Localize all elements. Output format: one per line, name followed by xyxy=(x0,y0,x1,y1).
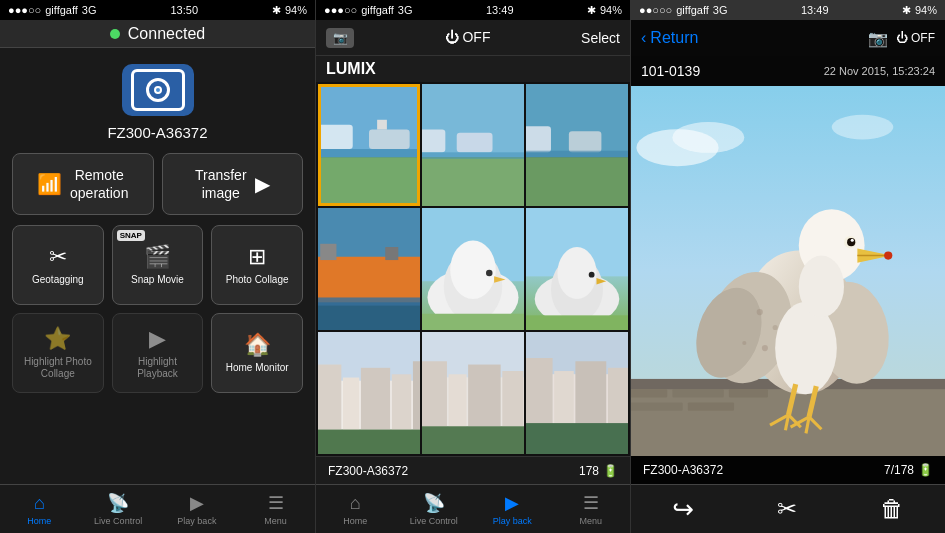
photo-cell-4[interactable] xyxy=(318,208,420,330)
svg-rect-13 xyxy=(526,157,628,206)
seagull-image xyxy=(631,86,945,456)
highlight-playback-button[interactable]: ▶ Highlight Playback xyxy=(112,313,204,393)
p2-playback-icon: ▶ xyxy=(505,492,519,514)
action-buttons: 📶 Remoteoperation Transferimage ▶ xyxy=(0,153,315,215)
tab-playback[interactable]: ▶ Play back xyxy=(158,485,237,533)
battery-label: 94% xyxy=(285,4,307,16)
camera-lens xyxy=(154,86,162,94)
snap-icon: 🎬 xyxy=(144,244,171,270)
p2-tab-bar: ⌂ Home 📡 Live Control ▶ Play back ☰ Menu xyxy=(316,484,630,533)
p3-return-button[interactable]: ‹ Return xyxy=(641,29,698,47)
p2-signal: ●●●○○ xyxy=(324,4,357,16)
svg-rect-4 xyxy=(369,130,410,150)
svg-rect-61 xyxy=(575,361,606,426)
p2-tab-live[interactable]: 📡 Live Control xyxy=(395,485,474,533)
svg-rect-55 xyxy=(422,426,524,454)
bluetooth-icon: ✱ xyxy=(272,4,281,17)
tab-live-control[interactable]: 📡 Live Control xyxy=(79,485,158,533)
p3-signal: ●●○○○ xyxy=(639,4,672,16)
p2-playback-label: Play back xyxy=(493,516,532,526)
p3-battery: 94% xyxy=(915,4,937,16)
p2-camera-icon: 📷 xyxy=(333,31,348,45)
geotagging-icon: ✂ xyxy=(49,244,67,270)
highlight-photo-label: Highlight Photo Collage xyxy=(19,356,97,380)
svg-rect-60 xyxy=(554,371,574,426)
svg-rect-59 xyxy=(526,358,553,426)
p3-export-button[interactable]: ↩ xyxy=(672,494,694,525)
remote-icon: 📶 xyxy=(37,172,62,196)
svg-rect-53 xyxy=(502,371,523,426)
home-monitor-button[interactable]: 🏠 Home Monitor xyxy=(211,313,303,393)
p2-power-button[interactable]: ⏻ OFF xyxy=(435,20,501,56)
snap-label: Snap Movie xyxy=(131,274,184,286)
svg-rect-11 xyxy=(422,152,524,159)
svg-point-68 xyxy=(832,115,894,140)
photo-collage-button[interactable]: ⊞ Photo Collage xyxy=(211,225,303,305)
status-bar-1: ●●●○○ giffgaff 3G 13:50 ✱ 94% xyxy=(0,0,315,20)
svg-point-85 xyxy=(884,251,892,259)
svg-rect-43 xyxy=(361,368,390,430)
collage-icon: ⊞ xyxy=(248,244,266,270)
highlight-photo-button[interactable]: ⭐ Highlight Photo Collage xyxy=(12,313,104,393)
p2-camera-button[interactable]: 📷 xyxy=(326,28,354,48)
p3-power-label: ⏻ OFF xyxy=(896,31,935,45)
network-label: 3G xyxy=(82,4,97,16)
photo-cell-9[interactable] xyxy=(526,332,628,454)
p3-bottom-info: FZ300-A36372 7/178 🔋 xyxy=(631,456,945,484)
svg-rect-15 xyxy=(569,131,602,152)
tab-home[interactable]: ⌂ Home xyxy=(0,485,79,533)
p2-home-icon: ⌂ xyxy=(350,493,361,514)
photo-cell-1[interactable] xyxy=(318,84,420,206)
svg-point-100 xyxy=(762,345,768,351)
highlight-playback-icon: ▶ xyxy=(149,326,166,352)
home-tab-label: Home xyxy=(27,516,51,526)
p2-live-label: Live Control xyxy=(410,516,458,526)
svg-point-97 xyxy=(757,309,763,315)
transfer-image-button[interactable]: Transferimage ▶ xyxy=(162,153,304,215)
remote-operation-button[interactable]: 📶 Remoteoperation xyxy=(12,153,154,215)
home-monitor-icon: 🏠 xyxy=(244,332,271,358)
p3-chevron-left-icon: ‹ xyxy=(641,29,646,47)
geotagging-button[interactable]: ✂ Geotagging xyxy=(12,225,104,305)
p3-bottom-camera: FZ300-A36372 xyxy=(643,463,723,477)
live-tab-label: Live Control xyxy=(94,516,142,526)
p2-tab-playback[interactable]: ▶ Play back xyxy=(473,485,552,533)
p3-topbar: ‹ Return 📷 ⏻ OFF xyxy=(631,20,945,56)
p2-home-label: Home xyxy=(343,516,367,526)
photo-cell-6[interactable] xyxy=(526,208,628,330)
photo-grid xyxy=(316,82,630,456)
p2-menu-label: Menu xyxy=(579,516,602,526)
svg-rect-74 xyxy=(631,403,683,411)
svg-rect-28 xyxy=(422,314,524,330)
p3-carrier: giffgaff xyxy=(676,4,709,16)
photo-cell-7[interactable] xyxy=(318,332,420,454)
svg-rect-51 xyxy=(449,374,467,426)
p2-network: 3G xyxy=(398,4,413,16)
p3-favorite-button[interactable]: ✂ xyxy=(777,495,797,523)
p2-tab-home[interactable]: ⌂ Home xyxy=(316,485,395,533)
photo-cell-5[interactable] xyxy=(422,208,524,330)
svg-point-67 xyxy=(672,122,744,153)
p2-power-icon: ⏻ OFF xyxy=(445,29,491,45)
svg-rect-21 xyxy=(385,247,398,260)
transfer-icon: ▶ xyxy=(255,172,270,196)
p2-bottom-bar: FZ300-A36372 178 🔋 xyxy=(316,456,630,484)
tab-menu[interactable]: ☰ Menu xyxy=(236,485,315,533)
p2-tab-menu[interactable]: ☰ Menu xyxy=(552,485,631,533)
p3-main-photo xyxy=(631,86,945,456)
connected-bar: Connected xyxy=(0,20,315,48)
photo-cell-8[interactable] xyxy=(422,332,524,454)
svg-rect-6 xyxy=(318,149,420,157)
p2-time: 13:49 xyxy=(486,4,514,16)
lumix-label: LUMIX xyxy=(316,56,630,82)
feature-grid: ✂ Geotagging SNAP 🎬 Snap Movie ⊞ Photo C… xyxy=(0,225,315,393)
p3-delete-button[interactable]: 🗑 xyxy=(880,495,904,523)
p2-select-button[interactable]: Select xyxy=(581,30,620,46)
snap-movie-button[interactable]: SNAP 🎬 Snap Movie xyxy=(112,225,204,305)
p3-position: 7/178 🔋 xyxy=(884,463,933,477)
p3-bt: ✱ xyxy=(902,4,911,17)
svg-rect-41 xyxy=(318,365,341,430)
status-bar-2: ●●●○○ giffgaff 3G 13:49 ✱ 94% xyxy=(316,0,630,20)
photo-cell-3[interactable] xyxy=(526,84,628,206)
photo-cell-2[interactable] xyxy=(422,84,524,206)
